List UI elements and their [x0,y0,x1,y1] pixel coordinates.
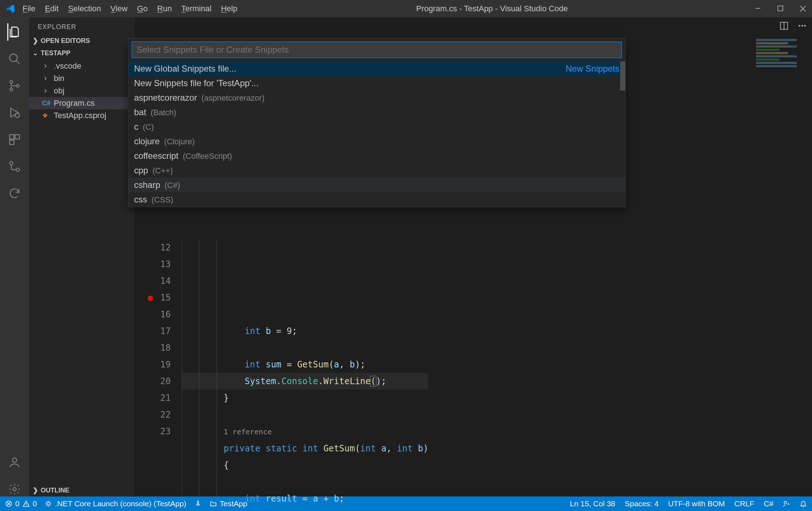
quick-input-item-desc: (CSS) [152,195,173,205]
svg-point-5 [15,113,20,118]
svg-point-19 [784,501,787,504]
quick-input-item-label: bat [134,107,146,117]
activity-account-icon[interactable] [7,455,22,470]
svg-point-2 [10,81,13,84]
file-icon: ❖ [42,112,50,120]
chevron-right-icon [42,88,50,94]
menu-file[interactable]: File [23,4,35,13]
quick-input-item[interactable]: cpp(C++) [128,163,625,178]
status-cursor[interactable]: Ln 15, Col 38 [570,499,615,508]
status-problems[interactable]: 0 0 [5,499,37,508]
menu-help[interactable]: Help [221,4,237,13]
quick-input-item[interactable]: bat(Batch) [128,105,625,120]
tree-item-label: TestApp.csproj [54,111,106,120]
svg-rect-0 [778,6,783,11]
activity-bar [0,17,29,496]
chevron-right-icon: ❯ [33,486,39,494]
activity-search-icon[interactable] [7,52,22,66]
quick-input-item-desc: (aspnetcorerazor) [201,93,264,103]
quick-input-item-label: csharp [134,180,160,190]
menu-edit[interactable]: Edit [45,4,58,13]
svg-point-4 [16,84,19,87]
quick-input-item-label: clojure [134,136,160,146]
status-language[interactable]: C# [764,499,773,508]
sidebar-title: EXPLORER [29,17,134,35]
quick-input-item-desc: (C++) [153,166,173,176]
svg-point-9 [10,162,13,165]
svg-point-12 [13,488,16,491]
vscode-logo-icon [5,4,15,14]
status-feedback-icon[interactable] [783,500,790,507]
svg-point-3 [10,88,13,91]
svg-rect-8 [10,140,14,145]
tree-item-label: obj [54,86,64,96]
quick-input-item-detail: New Snippets [566,64,619,74]
menu-view[interactable]: View [110,4,128,13]
quick-input-item-label: cpp [134,165,148,176]
quick-input-item[interactable]: coffeescript(CoffeeScript) [128,149,625,163]
section-open-editors[interactable]: ❯ OPEN EDITORS [29,35,134,47]
quick-input-item-label: coffeescript [134,151,178,161]
svg-rect-7 [15,135,20,139]
status-encoding[interactable]: UTF-8 with BOM [668,499,725,508]
activity-run-debug-icon[interactable] [7,105,22,120]
window-title: Program.cs - TestApp - Visual Studio Cod… [237,4,747,13]
svg-point-11 [12,458,17,462]
quick-input-item[interactable]: New Snippets file for 'TestApp'... [128,76,625,90]
status-debug-config[interactable]: .NET Core Launch (console) (TestApp) [45,499,186,508]
file-icon: C# [42,100,50,107]
tree-item-label: bin [54,74,64,83]
quick-input-item[interactable]: csharp(C#) [128,178,625,192]
tree-file[interactable]: C#Program.cs [29,97,134,109]
tree-file[interactable]: ❖TestApp.csproj [29,109,134,122]
menu-run[interactable]: Run [157,4,172,13]
quick-input-item-label: c [134,122,138,132]
menu-bar: File Edit Selection View Go Run Terminal… [23,4,237,13]
quick-input-item-label: New Global Snippets file... [134,64,236,74]
menu-terminal[interactable]: Terminal [181,4,211,13]
menu-go[interactable]: Go [137,4,148,13]
quick-input-item[interactable]: c(C) [128,120,625,134]
window-close-icon[interactable] [799,5,807,12]
quick-input-field[interactable] [132,42,622,58]
menu-selection[interactable]: Selection [68,4,101,13]
activity-sync-icon[interactable] [7,186,22,201]
tree-folder[interactable]: bin [29,72,134,85]
svg-rect-6 [10,135,14,139]
tree-folder[interactable]: obj [29,85,134,97]
chevron-down-icon: ⌄ [33,49,39,57]
sidebar-explorer: EXPLORER ❯ OPEN EDITORS ⌄ TESTAPP .vscod… [29,17,134,496]
status-eol[interactable]: CRLF [734,499,754,508]
window-maximize-icon[interactable] [776,5,784,12]
quick-input-panel: New Global Snippets file...New SnippetsN… [128,38,626,207]
activity-extensions-icon[interactable] [7,132,22,147]
quick-input-item[interactable]: aspnetcorerazor(aspnetcorerazor) [128,90,625,105]
quick-input-item[interactable]: New Global Snippets file...New Snippets [128,61,625,76]
section-project[interactable]: ⌄ TESTAPP [29,47,134,59]
activity-explorer-icon[interactable] [7,25,22,39]
chevron-right-icon [42,63,50,69]
svg-point-18 [47,502,50,505]
status-indent[interactable]: Spaces: 4 [625,499,659,508]
tree-folder[interactable]: .vscode [29,60,134,72]
activity-settings-icon[interactable] [7,482,22,496]
window-minimize-icon[interactable] [754,5,762,12]
svg-point-1 [10,54,17,62]
quick-input-item-label: New Snippets file for 'TestApp'... [134,78,259,88]
tree-item-label: Program.cs [54,98,94,108]
quick-input-item[interactable]: css(CSS) [128,192,625,207]
quick-input-item[interactable]: clojure(Clojure) [128,134,625,149]
quick-input-item-desc: (Clojure) [164,137,195,146]
status-bell-icon[interactable] [800,500,807,507]
activity-source-control-icon[interactable] [7,79,22,93]
quick-input-item-label: css [134,194,147,205]
quick-input-item-desc: (C) [143,122,154,132]
quick-input-item-desc: (C#) [165,181,180,190]
explorer-tree: .vscodebinobjC#Program.cs❖TestApp.csproj [29,59,134,122]
chevron-right-icon: ❯ [33,37,39,45]
scrollbar-thumb[interactable] [620,61,625,90]
svg-point-10 [16,168,20,172]
quick-input-item-desc: (CoffeeScript) [183,152,232,161]
activity-test-icon[interactable] [7,159,22,174]
section-outline[interactable]: ❯ OUTLINE [29,484,134,496]
